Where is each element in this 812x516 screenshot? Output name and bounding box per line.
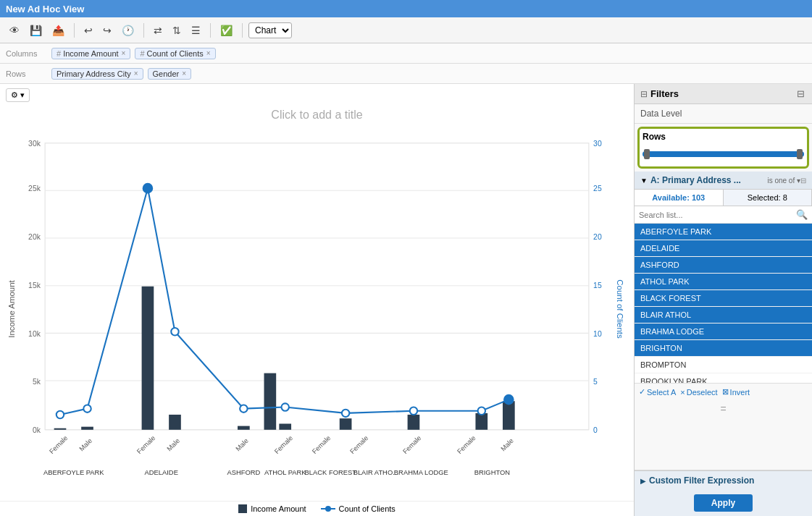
search-icon: 🔍 [796, 209, 808, 220]
sidebar: ⊟ Filters ⊟ Data Level Rows [634, 84, 812, 516]
filter-search-input[interactable] [639, 211, 796, 219]
view-icon-btn[interactable]: 👁 [6, 22, 23, 38]
legend-income: Income Amount [238, 504, 306, 513]
table-btn[interactable]: ☰ [188, 22, 204, 38]
svg-point-25 [240, 405, 247, 412]
chart-toolbar: ⚙ ▾ [0, 84, 634, 106]
bar-brighton-female [475, 413, 487, 430]
column-tag-income: # Income Amount × [51, 48, 130, 59]
list-item-brompton[interactable]: BROMPTON [635, 357, 812, 373]
deselect-btn[interactable]: × Deselect [680, 388, 717, 397]
x-icon: × [680, 388, 685, 397]
invert-icon: ⊠ [722, 387, 729, 397]
custom-filter-header[interactable]: ▶ Custom Filter Expression [635, 471, 812, 490]
list-item-athol-park[interactable]: ATHOL PARK [635, 274, 812, 290]
filter-list: ABERFOYLE PARK ADELAIDE ASHFORD ATHOL PA… [635, 224, 812, 383]
column-tag-clients: # Count of Clients × [135, 48, 215, 59]
slider-handle-left[interactable] [644, 149, 650, 159]
row-tag-gender-close[interactable]: × [182, 69, 186, 77]
svg-text:Male: Male [166, 437, 181, 452]
bar-aberfoyle-male [81, 427, 93, 430]
legend-clients: Count of Clients [321, 504, 395, 513]
list-item-brahma-lodge[interactable]: BRAHMA LODGE [635, 323, 812, 340]
filter-section-menu[interactable]: ⊟ [800, 177, 806, 185]
svg-text:BLAIR ATHO...: BLAIR ATHO... [353, 469, 398, 476]
app-container: New Ad Hoc View 👁 💾 📤 ↩ ↪ 🕐 ⇄ ⇅ ☰ ✅ Bar … [0, 0, 812, 516]
svg-text:20k: 20k [28, 233, 41, 241]
svg-point-26 [281, 403, 288, 410]
custom-filter-arrow: ▶ [640, 477, 646, 485]
column-tag-income-close[interactable]: × [122, 49, 126, 57]
svg-text:Female: Female [273, 434, 294, 455]
svg-text:25: 25 [593, 185, 602, 193]
check-btn[interactable]: ✅ [217, 22, 236, 38]
column-tag-clients-close[interactable]: × [206, 49, 211, 57]
filter-tab-available[interactable]: Available: 103 [635, 190, 724, 206]
checkmark-icon: ✓ [639, 387, 645, 397]
save-btn[interactable]: 💾 [26, 22, 46, 38]
switch-btn[interactable]: ⇄ [150, 22, 166, 38]
row-tag-gender: Gender × [148, 68, 192, 80]
list-item-ashford[interactable]: ASHFORD [635, 257, 812, 274]
sidebar-close-btn[interactable]: ⊟ [795, 88, 806, 99]
svg-text:Male: Male [235, 437, 250, 452]
chart-bg [45, 143, 589, 430]
list-item-aberfoyle-park[interactable]: ABERFOYLE PARK [635, 224, 812, 240]
invert-btn[interactable]: ⊠ Invert [722, 387, 750, 397]
svg-text:Female: Female [401, 434, 422, 455]
bar-aberfoyle-female [54, 428, 67, 430]
column-tag-income-label: Income Amount [63, 49, 118, 58]
svg-point-29 [478, 407, 485, 415]
selected-count: 8 [783, 193, 787, 202]
available-count: 103 [692, 193, 705, 202]
rows-filter-section: Rows [637, 127, 809, 169]
filter-section-header[interactable]: ▼ A: Primary Address ... is one of ▾ ⊟ [635, 172, 812, 190]
undo-btn[interactable]: ↩ [80, 22, 96, 38]
deselect-label: Deselect [687, 388, 718, 397]
filter-actions: ✓ Select A × Deselect ⊠ Invert [635, 383, 812, 400]
apply-btn[interactable]: Apply [694, 494, 753, 512]
svg-text:ATHOL PARK: ATHOL PARK [264, 469, 306, 476]
rows-bar: Rows Primary Address City × Gender × [0, 64, 812, 84]
columns-bar: Columns # Income Amount × # Count of Cli… [0, 43, 812, 64]
chart-svg: Income Amount Count of Clients 0k [7, 124, 627, 494]
gear-btn[interactable]: ⚙ ▾ [6, 88, 30, 102]
list-item-brooklyn-park[interactable]: BROOKLYN PARK [635, 373, 812, 383]
svg-text:ABERFOYLE PARK: ABERFOYLE PARK [43, 469, 104, 476]
list-item-adelaide[interactable]: ADELAIDE [635, 240, 812, 257]
select-all-btn[interactable]: ✓ Select A [639, 387, 676, 397]
filter-section: ▼ A: Primary Address ... is one of ▾ ⊟ A… [635, 172, 812, 470]
y-right-axis-label: Count of Clients [616, 279, 624, 339]
chart-type-select[interactable]: Bar Chart Line Pie [248, 22, 292, 38]
list-item-brighton[interactable]: BRIGHTON [635, 340, 812, 357]
bar-blackforest-female [264, 373, 277, 430]
sort-btn[interactable]: ⇅ [169, 22, 185, 38]
list-item-black-forest[interactable]: BLACK FOREST [635, 290, 812, 307]
custom-filter-title: Custom Filter Expression [649, 475, 754, 486]
svg-text:BRIGHTON: BRIGHTON [474, 469, 510, 476]
list-item-blair-athol[interactable]: BLAIR ATHOL [635, 307, 812, 323]
row-tag-address-close[interactable]: × [134, 69, 138, 77]
redo-btn[interactable]: ↪ [99, 22, 115, 38]
chart-title[interactable]: Click to add a title [0, 106, 634, 124]
svg-text:10k: 10k [28, 330, 41, 338]
history-btn[interactable]: 🕐 [118, 22, 138, 38]
filter-divider: = [635, 400, 812, 418]
svg-text:20: 20 [593, 233, 602, 241]
legend-income-box [238, 504, 247, 513]
export-btn[interactable]: 📤 [49, 22, 68, 38]
slider-handle-right[interactable] [797, 149, 803, 159]
svg-text:Female: Female [348, 434, 369, 455]
bar-atholpark-female [279, 423, 291, 429]
svg-text:Male: Male [499, 437, 514, 452]
filter-tab-selected[interactable]: Selected: 8 [724, 190, 813, 206]
bar-brahmalodge-female [408, 415, 420, 430]
data-level-label: Data Level [640, 109, 682, 119]
legend-clients-label: Count of Clients [339, 504, 395, 513]
svg-text:5k: 5k [33, 378, 41, 386]
slider-track[interactable] [643, 151, 804, 157]
row-tag-gender-label: Gender [153, 69, 180, 78]
svg-text:Male: Male [78, 437, 93, 452]
svg-text:25k: 25k [28, 185, 41, 193]
filter-section-arrow: ▼ [640, 177, 648, 185]
